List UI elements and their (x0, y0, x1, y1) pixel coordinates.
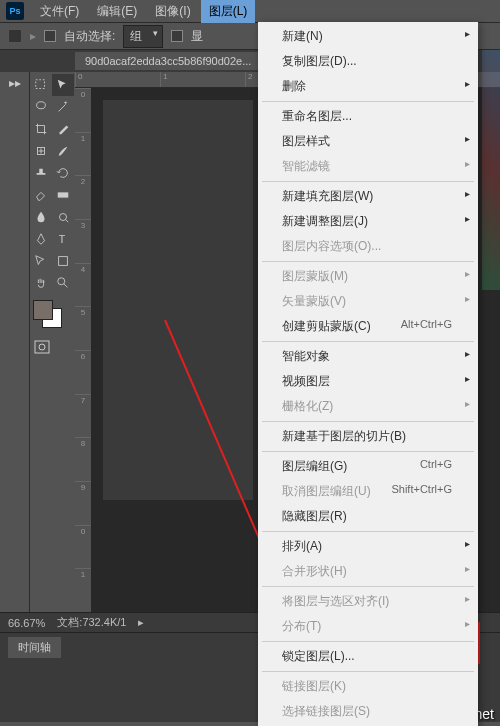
auto-select-checkbox[interactable] (44, 30, 56, 42)
menu-item: 图层蒙版(M) (258, 264, 478, 289)
menu-item[interactable]: 重命名图层... (258, 104, 478, 129)
menu-item: 栅格化(Z) (258, 394, 478, 419)
menu-item[interactable]: 删除 (258, 74, 478, 99)
menu-item: 智能滤镜 (258, 154, 478, 179)
wand-tool-icon[interactable] (52, 96, 74, 118)
svg-rect-3 (58, 192, 69, 197)
heal-tool-icon[interactable] (30, 140, 52, 162)
menu-file[interactable]: 文件(F) (32, 0, 87, 23)
ruler-vertical: 012345678901 (75, 88, 91, 612)
menu-item: 矢量蒙版(V) (258, 289, 478, 314)
hand-tool-icon[interactable] (30, 272, 52, 294)
dodge-tool-icon[interactable] (52, 206, 74, 228)
group-dropdown[interactable]: 组 (123, 25, 163, 48)
menu-image[interactable]: 图像(I) (147, 0, 198, 23)
show-checkbox[interactable] (171, 30, 183, 42)
menu-item[interactable]: 新建(N) (258, 24, 478, 49)
menu-item[interactable]: 新建调整图层(J) (258, 209, 478, 234)
menu-item[interactable]: 图层样式 (258, 129, 478, 154)
svg-text:T: T (59, 233, 66, 245)
menubar: Ps 文件(F) 编辑(E) 图像(I) 图层(L) (0, 0, 500, 22)
svg-point-1 (37, 102, 46, 109)
color-swatches[interactable] (30, 300, 75, 332)
blur-tool-icon[interactable] (30, 206, 52, 228)
menu-item[interactable]: 排列(A) (258, 534, 478, 559)
show-label: 显 (191, 28, 203, 45)
left-panel-strip: ▸▸ (0, 72, 30, 612)
app-logo: Ps (6, 2, 24, 20)
background-image-edge (482, 50, 500, 290)
lasso-tool-icon[interactable] (30, 96, 52, 118)
menu-item[interactable]: 新建基于图层的切片(B) (258, 424, 478, 449)
move-tool-icon[interactable] (8, 29, 22, 43)
svg-rect-8 (35, 341, 49, 353)
gradient-tool-icon[interactable] (52, 184, 74, 206)
auto-select-label: 自动选择: (64, 28, 115, 45)
timeline-tab[interactable]: 时间轴 (8, 637, 61, 658)
stamp-tool-icon[interactable] (30, 162, 52, 184)
menu-item: 合并形状(H) (258, 559, 478, 584)
crop-tool-icon[interactable] (30, 118, 52, 140)
menu-item: 将图层与选区对齐(I) (258, 589, 478, 614)
zoom-level[interactable]: 66.67% (8, 617, 45, 629)
menu-item[interactable]: 新建填充图层(W) (258, 184, 478, 209)
move-tool-icon[interactable] (52, 74, 74, 96)
tools-panel: T (30, 72, 75, 612)
selection-tool-icon[interactable] (30, 74, 52, 96)
menu-item: 取消图层编组(U)Shift+Ctrl+G (258, 479, 478, 504)
history-brush-icon[interactable] (52, 162, 74, 184)
path-tool-icon[interactable] (30, 250, 52, 272)
type-tool-icon[interactable]: T (52, 228, 74, 250)
document-tab[interactable]: 90d0acaf2edda3cc5b86f90d02e... (75, 52, 261, 70)
menu-edit[interactable]: 编辑(E) (89, 0, 145, 23)
menu-item[interactable]: 复制图层(D)... (258, 49, 478, 74)
layer-menu: 新建(N)复制图层(D)...删除重命名图层...图层样式智能滤镜新建填充图层(… (258, 22, 478, 726)
foreground-swatch[interactable] (33, 300, 53, 320)
menu-item[interactable]: 智能对象 (258, 344, 478, 369)
menu-item[interactable]: 隐藏图层(R) (258, 504, 478, 529)
menu-item[interactable]: 创建剪贴蒙版(C)Alt+Ctrl+G (258, 314, 478, 339)
canvas[interactable] (103, 100, 253, 500)
menu-item: 链接图层(K) (258, 674, 478, 699)
svg-point-4 (60, 214, 67, 221)
menu-layer[interactable]: 图层(L) (201, 0, 256, 23)
menu-item[interactable]: 视频图层 (258, 369, 478, 394)
pen-tool-icon[interactable] (30, 228, 52, 250)
menu-item[interactable]: 图层编组(G)Ctrl+G (258, 454, 478, 479)
menu-item[interactable]: 锁定图层(L)... (258, 644, 478, 669)
brush-tool-icon[interactable] (52, 140, 74, 162)
menu-item: 图层内容选项(O)... (258, 234, 478, 259)
expand-icon[interactable]: ▸▸ (0, 72, 30, 94)
eraser-tool-icon[interactable] (30, 184, 52, 206)
quickmask-icon[interactable] (30, 340, 75, 357)
svg-point-9 (39, 344, 45, 350)
menu-item: 选择链接图层(S) (258, 699, 478, 724)
eyedropper-tool-icon[interactable] (52, 118, 74, 140)
shape-tool-icon[interactable] (52, 250, 74, 272)
svg-rect-6 (59, 257, 68, 266)
zoom-tool-icon[interactable] (52, 272, 74, 294)
svg-point-7 (58, 278, 65, 285)
menu-item: 分布(T) (258, 614, 478, 639)
svg-rect-0 (36, 80, 45, 89)
